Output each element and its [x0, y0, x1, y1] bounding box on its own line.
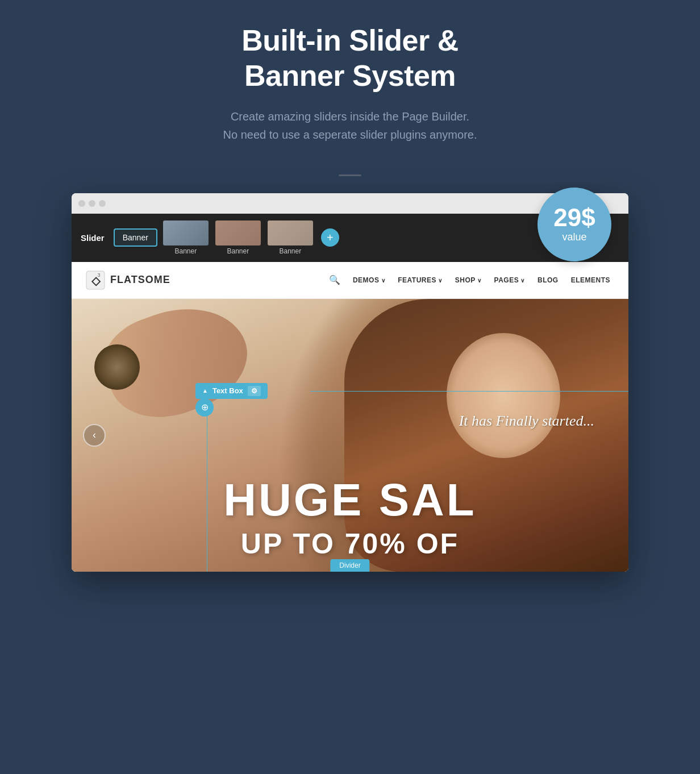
add-tab-button[interactable]: +: [321, 228, 339, 247]
hero-huge-sale-text: HUGE SAL: [72, 474, 628, 526]
nav-item-pages[interactable]: PAGES: [490, 274, 530, 286]
banner-tab-3[interactable]: Banner: [214, 219, 262, 256]
text-box-line-h: [310, 391, 628, 392]
value-badge: 29$ value: [538, 188, 611, 261]
divider-bar[interactable]: Divider: [330, 559, 369, 572]
banner-thumb-2: [163, 220, 209, 245]
banner-thumb-3: [215, 220, 261, 245]
search-icon[interactable]: 🔍: [329, 274, 340, 285]
banner-thumb-4: [268, 220, 313, 245]
drag-handle[interactable]: ⊕: [195, 398, 214, 417]
slider-label: Slider: [81, 233, 105, 243]
demo-container: 29$ value Slider Banner Bann: [72, 193, 628, 572]
browser-dot-2: [89, 200, 95, 207]
svg-text:3: 3: [97, 272, 100, 278]
site-header: ◇ 3 FLATSOME 🔍 DEMOS FEATURES SHOP PAGES…: [72, 262, 628, 299]
slider-prev-button[interactable]: ‹: [83, 424, 106, 447]
text-box-line-v: [207, 391, 207, 572]
value-label: value: [562, 231, 586, 243]
text-box-label: Text Box: [213, 386, 243, 395]
banner-tab-active[interactable]: Banner: [114, 228, 157, 247]
nav-item-features[interactable]: FEATURES: [393, 274, 447, 286]
text-box-tooltip[interactable]: ▲ Text Box ⚙: [195, 383, 268, 399]
hero-face: [447, 333, 560, 458]
nav-item-demos[interactable]: DEMOS: [348, 274, 390, 286]
logo-icon: ◇ 3: [85, 270, 106, 290]
page-wrapper: Built-in Slider & Banner System Create a…: [38, 23, 663, 572]
nav-item-shop[interactable]: SHOP: [451, 274, 486, 286]
banner-tab-4[interactable]: Banner: [266, 219, 314, 256]
section-divider: [339, 174, 361, 176]
hero-bracelet: [94, 344, 140, 390]
value-price: 29$: [553, 205, 595, 230]
nav-item-blog[interactable]: BLOG: [533, 274, 563, 286]
hero-italic-text: It has Finally started...: [459, 413, 594, 430]
browser-frame: Slider Banner Banner Banner: [72, 193, 628, 572]
header-section: Built-in Slider & Banner System Create a…: [223, 23, 477, 144]
logo-text: FLATSOME: [110, 274, 170, 286]
banner-tab-2[interactable]: Banner: [162, 219, 210, 256]
move-icon: ⊕: [201, 402, 209, 413]
hero-up-to-text: UP TO 70% OF: [72, 527, 628, 560]
browser-dot-1: [78, 200, 85, 207]
nav-item-elements[interactable]: ELEMENTS: [566, 274, 615, 286]
browser-dot-3: [99, 200, 106, 207]
site-nav: 🔍 DEMOS FEATURES SHOP PAGES BLOG ELEMENT…: [329, 274, 615, 286]
subtitle: Create amazing sliders inside the Page B…: [223, 107, 477, 144]
hero-section: ▲ Text Box ⚙ ⊕ It has Finally started...…: [72, 299, 628, 572]
tooltip-arrow-icon: ▲: [202, 388, 208, 394]
chevron-left-icon: ‹: [93, 429, 96, 441]
main-title: Built-in Slider & Banner System: [223, 23, 477, 94]
gear-icon[interactable]: ⚙: [248, 386, 261, 396]
site-logo: ◇ 3 FLATSOME: [85, 270, 170, 290]
